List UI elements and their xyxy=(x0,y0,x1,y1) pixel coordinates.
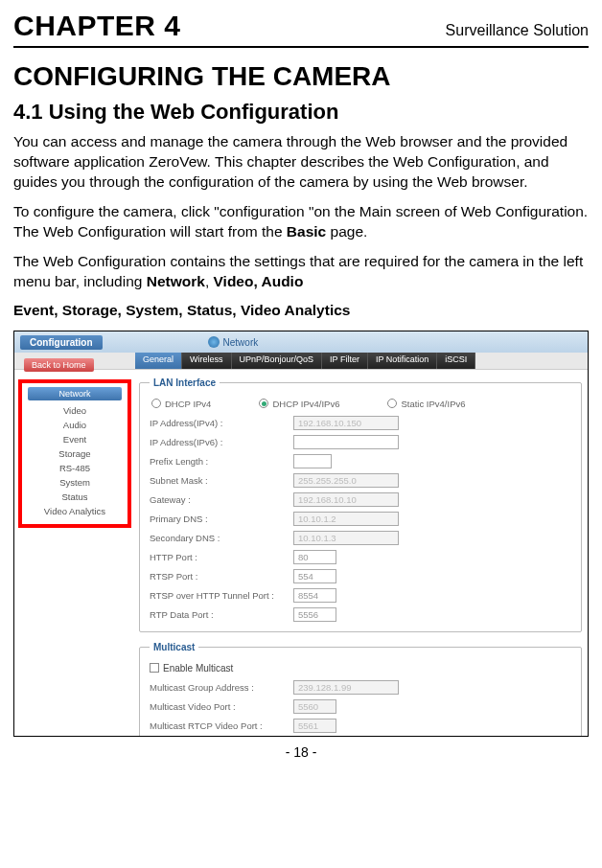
sidebar-item-event[interactable]: Event xyxy=(22,432,127,446)
input-http[interactable] xyxy=(293,550,336,564)
sidebar-item-network[interactable]: Network xyxy=(28,387,122,400)
p2-bold: Basic xyxy=(287,223,326,240)
label-gateway: Gateway : xyxy=(150,494,293,505)
sidebar-item-audio[interactable]: Audio xyxy=(22,418,127,432)
p3-bold-network: Network xyxy=(147,273,205,289)
paragraph-3: The Web Configuration contains the setti… xyxy=(13,252,589,292)
radio-static-ipv4v6[interactable]: Static IPv4/IPv6 xyxy=(387,399,465,409)
label-enable-multicast: Enable Multicast xyxy=(163,663,233,674)
tab-ipnotification[interactable]: IP Notification xyxy=(368,353,437,369)
label-rtp: RTP Data Port : xyxy=(150,609,293,620)
label-ipv4: IP Address(IPv4) : xyxy=(150,418,293,428)
input-mc-vp[interactable] xyxy=(293,699,336,714)
input-pdns[interactable] xyxy=(293,512,399,526)
input-mc-rvp[interactable] xyxy=(293,719,336,733)
globe-icon xyxy=(208,336,220,348)
chapter-subtitle: Surveillance Solution xyxy=(446,22,589,39)
sidebar-item-rs485[interactable]: RS-485 xyxy=(22,461,127,475)
configuration-badge: Configuration xyxy=(20,335,103,350)
input-rtsp-http[interactable] xyxy=(293,588,336,603)
input-ipv6[interactable] xyxy=(293,435,399,449)
tab-upnp[interactable]: UPnP/Bonjour/QoS xyxy=(232,353,323,369)
label-http: HTTP Port : xyxy=(150,552,293,562)
label-mc-ga: Multicast Group Address : xyxy=(150,682,293,693)
input-sdns[interactable] xyxy=(293,531,399,545)
sidebar-item-storage[interactable]: Storage xyxy=(22,446,127,461)
sidebar-item-video-analytics[interactable]: Video Analytics xyxy=(22,504,127,518)
paragraph-4: Event, Storage, System, Status, Video An… xyxy=(13,301,589,321)
label-prefix: Prefix Length : xyxy=(150,456,293,467)
input-prefix[interactable] xyxy=(293,454,332,468)
chapter-title: CHAPTER 4 xyxy=(13,10,181,42)
section-title: CONFIGURING THE CAMERA xyxy=(13,61,589,92)
dhcp-radio-row: DHCP IPv4 DHCP IPv4/IPv6 Static IPv4/IPv… xyxy=(150,394,571,413)
radio-dhcp-ipv4v6[interactable]: DHCP IPv4/IPv6 xyxy=(259,399,339,409)
content-area: LAN Interface DHCP IPv4 DHCP IPv4/IPv6 S… xyxy=(139,377,582,737)
radio-dhcp-ipv4[interactable]: DHCP IPv4 xyxy=(151,399,211,409)
radio-icon-checked xyxy=(259,399,268,408)
p3-bold-video-audio: Video, Audio xyxy=(214,273,304,289)
lan-interface-fieldset: LAN Interface DHCP IPv4 DHCP IPv4/IPv6 S… xyxy=(139,377,582,632)
checkbox-enable-multicast[interactable] xyxy=(150,663,159,673)
label-mc-rvp: Multicast RTCP Video Port : xyxy=(150,720,293,731)
radio-icon xyxy=(387,399,397,408)
tab-general[interactable]: General xyxy=(135,353,182,369)
network-heading-text: Network xyxy=(223,337,259,348)
network-heading: Network xyxy=(208,336,259,348)
paragraph-2: To configure the camera, click "configur… xyxy=(13,202,589,242)
config-screenshot: Configuration Network General Wireless U… xyxy=(13,331,589,737)
subsection-title: 4.1 Using the Web Configuration xyxy=(13,100,589,125)
input-ipv4[interactable] xyxy=(293,416,399,430)
tab-iscsi[interactable]: iSCSI xyxy=(437,353,475,369)
sidebar-item-status[interactable]: Status xyxy=(22,490,127,504)
chapter-header: CHAPTER 4 Surveillance Solution xyxy=(13,10,589,48)
input-rtsp[interactable] xyxy=(293,569,336,583)
radio-icon xyxy=(151,399,161,408)
tab-ipfilter[interactable]: IP Filter xyxy=(322,353,368,369)
label-sdns: Secondary DNS : xyxy=(150,533,293,543)
input-rtp[interactable] xyxy=(293,607,336,622)
multicast-fieldset: Multicast Enable Multicast Multicast Gro… xyxy=(139,642,582,737)
label-mc-vp: Multicast Video Port : xyxy=(150,701,293,712)
label-ipv6: IP Address(IPv6) : xyxy=(150,437,293,447)
tab-bar: General Wireless UPnP/Bonjour/QoS IP Fil… xyxy=(14,353,588,370)
p3-comma: , xyxy=(205,273,214,289)
label-rtsp: RTSP Port : xyxy=(150,571,293,582)
config-header-bar: Configuration Network xyxy=(14,331,588,353)
page-number: - 18 - xyxy=(13,744,589,760)
paragraph-1: You can access and manage the camera thr… xyxy=(13,132,589,193)
sidebar-item-system[interactable]: System xyxy=(22,475,127,490)
multicast-legend: Multicast xyxy=(150,642,198,652)
sidebar-item-video[interactable]: Video xyxy=(22,403,127,418)
lan-legend: LAN Interface xyxy=(150,377,220,388)
back-to-home-button[interactable]: Back to Home xyxy=(24,358,94,372)
p2-text-c: page. xyxy=(326,223,367,240)
tab-wireless[interactable]: Wireless xyxy=(182,353,232,369)
label-mask: Subnet Mask : xyxy=(150,475,293,486)
label-pdns: Primary DNS : xyxy=(150,514,293,524)
input-mc-ga[interactable] xyxy=(293,680,399,695)
label-rtsp-http: RTSP over HTTP Tunnel Port : xyxy=(150,590,293,601)
sidebar-highlight: Network Video Audio Event Storage RS-485… xyxy=(18,379,131,528)
input-mask[interactable] xyxy=(293,473,399,488)
input-gateway[interactable] xyxy=(293,492,399,507)
